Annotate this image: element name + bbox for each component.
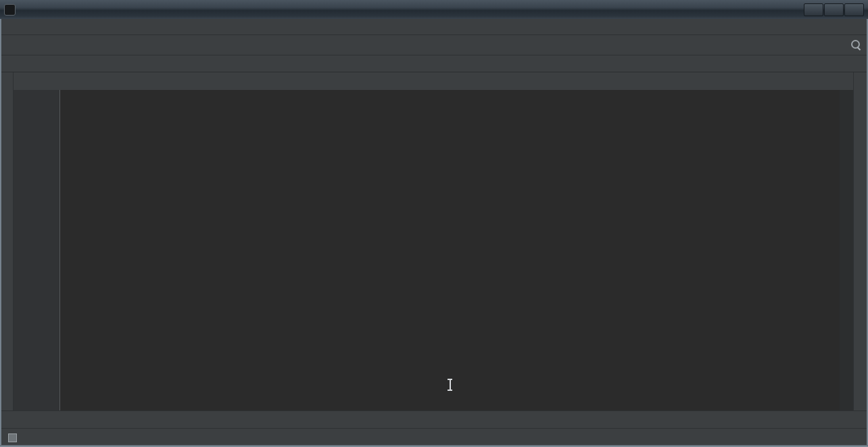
editor-tabs: [14, 72, 853, 90]
intellij-idea-window: [0, 0, 868, 447]
bottom-tool-bar: [0, 410, 868, 428]
minimize-button[interactable]: [804, 3, 823, 16]
title-bar: [0, 0, 868, 19]
window-controls: [804, 3, 864, 16]
main-toolbar: [0, 35, 868, 55]
app-icon: [4, 4, 16, 16]
status-bar: [0, 428, 868, 447]
error-stripe-scrollbar[interactable]: [840, 90, 853, 410]
code-editor[interactable]: [14, 90, 853, 410]
right-tool-stripe: [853, 72, 868, 410]
menu-bar: [0, 19, 868, 35]
maximize-button[interactable]: [824, 3, 844, 16]
left-tool-stripe: [0, 72, 14, 410]
navigation-bar: [0, 55, 868, 72]
close-button[interactable]: [844, 3, 864, 16]
search-everywhere-icon[interactable]: [850, 39, 863, 51]
toolwindow-toggle-icon[interactable]: [8, 433, 17, 442]
